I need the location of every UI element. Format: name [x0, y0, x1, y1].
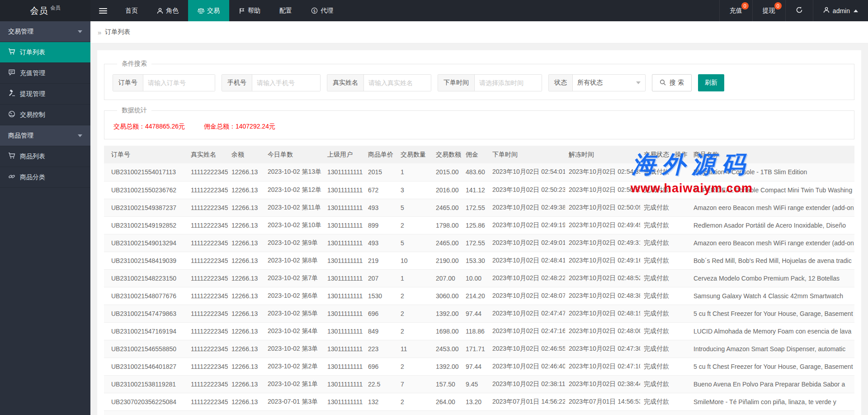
cell-unfreeze-time: 2023年07月01日 14:38:24 — [565, 410, 640, 415]
cell-order-time: 2023年10月02日 02:49:01 — [489, 234, 565, 252]
cell-action — [671, 375, 690, 393]
column-header-qty: 交易数量 — [397, 146, 432, 163]
cell-real-name: 11112222345 — [187, 287, 228, 305]
sidebar-item-product-category[interactable]: 商品分类 — [0, 167, 90, 188]
real-name-field-group: 真实姓名 — [327, 74, 431, 91]
cell-status: 完成付款 — [640, 322, 671, 340]
sidebar-item-order-list[interactable]: 订单列表 — [0, 42, 90, 63]
cell-real-name: 11112222345 — [187, 322, 228, 340]
cell-action — [671, 358, 690, 375]
cell-qty: 3 — [397, 181, 432, 199]
cell-order-time: 2023年10月02日 02:49:38 — [489, 199, 565, 216]
cell-balance: 12266.13 — [228, 340, 264, 358]
cell-commission: 13.20 — [462, 393, 489, 410]
order-no-input[interactable] — [143, 75, 215, 91]
cell-order-time: 2023年10月02日 02:50:23 — [489, 181, 565, 199]
sidebar-group-product-management[interactable]: 商品管理 — [0, 125, 90, 146]
cell-commission: 153.30 — [462, 252, 489, 269]
cell-real-name: 11112222345 — [187, 181, 228, 199]
cell-parent-user: 13011111111 — [324, 375, 364, 393]
order-time-input[interactable] — [475, 75, 542, 91]
cell-status: 完成付款 — [640, 340, 671, 358]
cell-unit-price: 672 — [364, 181, 397, 199]
cell-product-name: Redlemon Asador Portátil de Acero Inoxid… — [690, 216, 854, 234]
order-table: 订单号真实姓名余额今日单数上级用户商品单价交易数量交易数额佣金下单时间解冻时间交… — [104, 146, 854, 415]
cell-qty: 2 — [397, 216, 432, 234]
recharge-badge: 0 — [741, 2, 749, 10]
refresh-page-button[interactable] — [785, 0, 813, 21]
cell-qty: 10 — [397, 252, 432, 269]
cell-status: 完成付款 — [640, 375, 671, 393]
nav-item-trade[interactable]: 交易 — [188, 0, 229, 21]
cell-action — [671, 410, 690, 415]
sidebar-group-trade-management[interactable]: 交易管理 — [0, 21, 90, 42]
phone-input[interactable] — [252, 75, 320, 91]
chevron-down-icon — [78, 30, 82, 33]
cell-commission: 10.17 — [462, 410, 489, 415]
cell-unfreeze-time: 2023年10月02日 02:47:30 — [565, 340, 640, 358]
nav-item-config[interactable]: 配置 — [270, 0, 302, 21]
nav-label: 首页 — [125, 7, 138, 15]
table-row: UB23100215480776761111222234512266.13202… — [104, 287, 854, 305]
cell-order-time: 2023年10月02日 02:49:19 — [489, 216, 565, 234]
cell-order-no: UB2310021548223150 — [104, 269, 187, 287]
cell-real-name: 11112222345 — [187, 163, 228, 181]
main-content: » 订单列表 条件搜索 订单号 手机号 真实姓名 下单时间 — [90, 21, 868, 415]
magnifier-icon — [660, 79, 666, 87]
nav-item-roles[interactable]: 角色 — [147, 0, 188, 21]
cell-parent-user: 13011111111 — [324, 305, 364, 322]
cell-amount: 264.00 — [432, 393, 462, 410]
nav-item-agent[interactable]: $ 代理 — [302, 0, 343, 21]
nav-item-help[interactable]: 帮助 — [229, 0, 270, 21]
sidebar-item-label: 提现管理 — [20, 90, 45, 98]
user-menu[interactable]: admin — [813, 0, 868, 21]
cell-action — [671, 199, 690, 216]
cell-today-orders: 2023-10-02 第10单 — [264, 216, 324, 234]
cell-order-time: 2023年10月02日 02:46:40 — [489, 358, 565, 375]
cart-icon — [8, 152, 15, 161]
cell-status: 完成付款 — [640, 269, 671, 287]
withdraw-button[interactable]: 提现 0 — [752, 0, 785, 21]
cell-today-orders: 2023-10-02 第1单 — [264, 375, 324, 393]
cell-real-name: 11112222345 — [187, 375, 228, 393]
status-select[interactable]: 所有状态 — [573, 75, 645, 91]
real-name-input[interactable] — [364, 75, 431, 91]
sidebar-item-trade-control[interactable]: 交易控制 — [0, 105, 90, 125]
sidebar-group-label: 交易管理 — [8, 28, 33, 36]
cell-product-name: 5 cu ft Chest Freezer for Your House, Ga… — [690, 305, 854, 322]
cell-amount: 203.40 — [432, 410, 462, 415]
app-subtitle: 会员 — [51, 5, 61, 11]
status-selected-value: 所有状态 — [577, 79, 603, 87]
cell-unfreeze-time: 2023年10月02日 02:50:53 — [565, 181, 640, 199]
recharge-button[interactable]: 充值 0 — [719, 0, 752, 21]
cell-unit-price: 33.9 — [364, 410, 397, 415]
table-row: UB23100215490132941111222234512266.13202… — [104, 234, 854, 252]
order-table-body: UB23100215540171131111222234512266.13202… — [104, 163, 854, 415]
sidebar-item-label: 订单列表 — [20, 48, 45, 57]
table-row: UB23100215464018271111222234512266.13202… — [104, 358, 854, 375]
table-row: UB23100215502367621111222234512266.13202… — [104, 181, 854, 199]
cell-unit-price: 849 — [364, 322, 397, 340]
sidebar-item-withdraw-management[interactable]: 提现管理 — [0, 84, 90, 105]
select-caret-icon — [636, 81, 641, 84]
cell-unit-price: 696 — [364, 305, 397, 322]
refresh-button[interactable]: 刷新 — [698, 74, 724, 91]
nav-item-home[interactable]: 首页 — [116, 0, 147, 21]
cell-parent-user: 13011111111 — [324, 269, 364, 287]
sidebar-toggle-button[interactable] — [90, 0, 116, 21]
cell-today-orders: 2023-10-02 第7单 — [264, 269, 324, 287]
sidebar-item-recharge-management[interactable]: 充值管理 — [0, 63, 90, 84]
cell-unit-price: 22.5 — [364, 375, 397, 393]
cell-unit-price: 132 — [364, 393, 397, 410]
cell-parent-user: 13011111111 — [324, 340, 364, 358]
table-header-row: 订单号真实姓名余额今日单数上级用户商品单价交易数量交易数额佣金下单时间解冻时间交… — [104, 146, 854, 163]
order-no-field-group: 订单号 — [113, 74, 215, 91]
cell-action — [671, 340, 690, 358]
sidebar-item-product-list[interactable]: 商品列表 — [0, 146, 90, 167]
cell-order-time: 2023年10月02日 02:46:55 — [489, 340, 565, 358]
cell-parent-user: 13011111111 — [324, 252, 364, 269]
search-button[interactable]: 搜 索 — [652, 74, 692, 91]
cell-balance: 12266.13 — [228, 216, 264, 234]
cell-parent-user: 13011111111 — [324, 234, 364, 252]
cell-unit-price: 1530 — [364, 287, 397, 305]
